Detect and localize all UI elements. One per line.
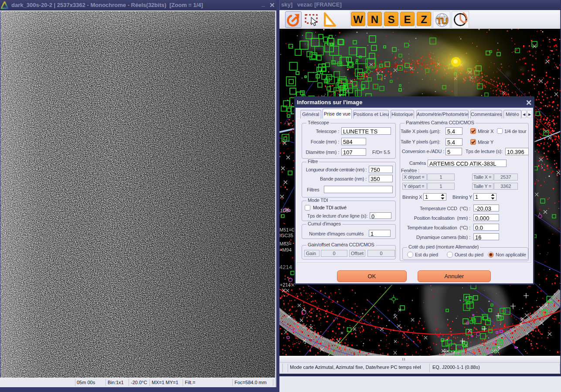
svg-text:M63=: M63= [279,241,292,246]
svg-text:TU: TU [437,16,448,26]
svg-text:101=: 101= [280,208,291,213]
svg-text:M51=G: M51=G [279,227,295,232]
svg-text:IGC35: IGC35 [279,233,293,238]
svg-text:=M94: =M94 [279,247,292,252]
svg-text:4214: 4214 [279,264,292,270]
svg-text:+214: +214 [280,282,291,287]
